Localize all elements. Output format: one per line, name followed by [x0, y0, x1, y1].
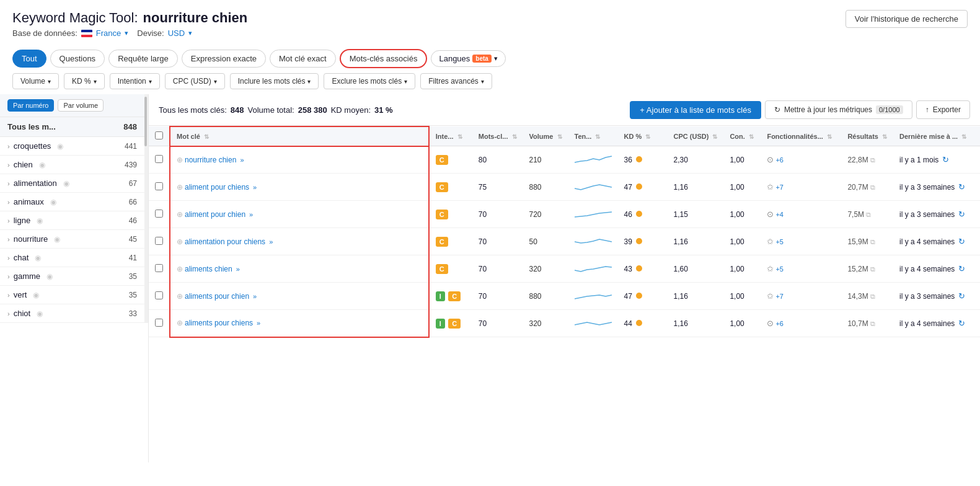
sidebar-item-alimentation[interactable]: › alimentation ◉ 67 [0, 174, 144, 193]
results-value: 14,3M [847, 292, 868, 301]
feature-icons: ⊙ +6 [767, 319, 835, 328]
history-button[interactable]: Voir l'historique de recherche [845, 10, 968, 28]
tab-questions[interactable]: Questions [50, 50, 105, 68]
currency-value[interactable]: USD [168, 29, 185, 38]
col-header-keyword[interactable]: Mot clé ⇅ [170, 126, 429, 146]
col-header-checkbox[interactable] [149, 126, 170, 146]
col-header-date[interactable]: Dernière mise à ... ⇅ [893, 126, 980, 146]
tabs-row: Tout Questions Requête large Expression … [0, 43, 980, 68]
beta-badge: beta [472, 55, 492, 63]
refresh-icon[interactable]: ↻ [942, 155, 949, 164]
chevron-currency-icon[interactable]: ▾ [188, 29, 192, 37]
motscl-value: 70 [479, 292, 487, 301]
sidebar-item-chien[interactable]: › chien ◉ 439 [0, 156, 144, 174]
sort-par-numero[interactable]: Par numéro [7, 99, 54, 112]
sidebar-sort-par-numero[interactable]: Par numéro [7, 99, 54, 112]
filter-avances[interactable]: Filtres avancés ▾ [420, 73, 492, 89]
date-cell: il y a 4 semaines↻ [893, 228, 980, 255]
tab-requete[interactable]: Requête large [108, 50, 178, 68]
filter-volume[interactable]: Volume ▾ [12, 73, 59, 89]
col-header-fonc[interactable]: Fonctionnalités... ⇅ [761, 126, 841, 146]
add-to-list-button[interactable]: + Ajouter à la liste de mots clés [630, 101, 761, 119]
col-header-cpc[interactable]: CPC (USD) ⇅ [668, 126, 724, 146]
select-all-checkbox[interactable] [155, 131, 163, 139]
col-res-label: Résultats [847, 133, 878, 140]
kd-value: 47 [624, 292, 632, 301]
arrows-icon: » [238, 156, 244, 164]
keyword-link[interactable]: aliments chien [185, 265, 232, 273]
row-checkbox[interactable] [155, 291, 163, 299]
feature-icons: ✩ +7 [767, 291, 835, 301]
keyword-link[interactable]: aliment pour chien [185, 210, 245, 219]
filter-inclure[interactable]: Inclure les mots clés ▾ [230, 73, 319, 89]
filter-exclure[interactable]: Exclure les mots clés ▾ [324, 73, 415, 89]
row-checkbox[interactable] [155, 319, 163, 327]
con-value: 1,00 [730, 265, 744, 273]
col-intent-label: Inte... [436, 133, 454, 140]
col-header-motscl[interactable]: Mots-cl... ⇅ [472, 126, 523, 146]
keyword-link[interactable]: alimentation pour chiens [185, 237, 265, 246]
sort-par-volume[interactable]: Par volume [58, 99, 104, 112]
motscl-cell: 75 [472, 174, 523, 201]
sidebar-count-animaux: 66 [129, 198, 137, 206]
sidebar-scrollbar[interactable] [144, 97, 147, 146]
kd-value: 39 [624, 237, 632, 246]
cpc-cell: 1,16 [668, 283, 724, 310]
keyword-cell: ⊕alimentation pour chiens » [170, 228, 429, 255]
trend-chart [575, 206, 612, 221]
chevron-intention-icon: ▾ [149, 78, 152, 85]
intent-cell: C [429, 146, 472, 174]
sidebar-item-animaux[interactable]: › animaux ◉ 66 [0, 193, 144, 211]
col-header-volume[interactable]: Volume ⇅ [523, 126, 568, 146]
sidebar-item-vert[interactable]: › vert ◉ 35 [0, 286, 144, 304]
chevron-chien-icon: › [7, 161, 10, 169]
filter-cpc[interactable]: CPC (USD) ▾ [165, 73, 225, 89]
refresh-icon[interactable]: ↻ [958, 182, 965, 192]
row-checkbox[interactable] [155, 155, 163, 163]
tab-motcle-exact[interactable]: Mot clé exact [270, 50, 336, 68]
tab-tout[interactable]: Tout [12, 50, 46, 68]
date-cell: il y a 1 mois↻ [893, 146, 980, 174]
keyword-link[interactable]: aliments pour chien [185, 292, 249, 301]
refresh-icon[interactable]: ↻ [958, 237, 965, 246]
refresh-icon[interactable]: ↻ [958, 264, 965, 273]
keyword-link[interactable]: nourriture chien [185, 156, 236, 164]
col-header-con[interactable]: Con. ⇅ [723, 126, 761, 146]
sidebar-item-chat[interactable]: › chat ◉ 41 [0, 249, 144, 267]
col-header-res[interactable]: Résultats ⇅ [841, 126, 893, 146]
refresh-icon[interactable]: ↻ [958, 291, 965, 301]
filter-kd[interactable]: KD % ▾ [64, 73, 105, 89]
refresh-icon[interactable]: ↻ [958, 319, 965, 328]
tab-expression[interactable]: Expression exacte [182, 50, 266, 68]
sidebar-item-nourriture[interactable]: › nourriture ◉ 45 [0, 230, 144, 249]
copy-icon: ⧉ [870, 238, 875, 245]
col-header-tend[interactable]: Ten... ⇅ [568, 126, 618, 146]
chevron-avances-icon: ▾ [481, 78, 484, 85]
filter-intention-label: Intention [118, 77, 146, 86]
row-checkbox[interactable] [155, 237, 163, 245]
export-button[interactable]: ↑ Exporter [916, 100, 970, 119]
db-value[interactable]: France [96, 29, 121, 38]
tab-mots-cles-associes[interactable]: Mots-clés associés [340, 49, 428, 68]
row-checkbox[interactable] [155, 210, 163, 218]
chevron-db-icon[interactable]: ▾ [125, 29, 128, 37]
tab-languages[interactable]: Langues beta ▾ [431, 50, 505, 67]
cpc-value: 1,16 [674, 183, 688, 192]
eye-nourriture-icon: ◉ [54, 235, 60, 244]
sidebar-item-gamme[interactable]: › gamme ◉ 35 [0, 267, 144, 286]
volume-cell: 210 [523, 146, 568, 174]
col-header-intent[interactable]: Inte... ⇅ [429, 126, 472, 146]
row-checkbox[interactable] [155, 182, 163, 190]
keyword-plus-icon: ⊕ [177, 210, 183, 219]
keyword-link[interactable]: aliment pour chiens [185, 183, 249, 192]
keyword-link[interactable]: aliments pour chiens [185, 319, 253, 327]
sidebar-item-chiot[interactable]: › chiot ◉ 33 [0, 304, 144, 323]
update-metrics-button[interactable]: ↻ Mettre à jour les métriques 0/1000 [765, 100, 912, 119]
col-header-kd[interactable]: KD % ⇅ [618, 126, 668, 146]
sidebar-label-chien: chien [14, 160, 33, 169]
refresh-icon[interactable]: ↻ [958, 210, 965, 219]
sidebar-item-croquettes[interactable]: › croquettes ◉ 441 [0, 137, 144, 156]
sidebar-item-ligne[interactable]: › ligne ◉ 46 [0, 211, 144, 230]
filter-intention[interactable]: Intention ▾ [110, 73, 160, 89]
row-checkbox[interactable] [155, 264, 163, 272]
